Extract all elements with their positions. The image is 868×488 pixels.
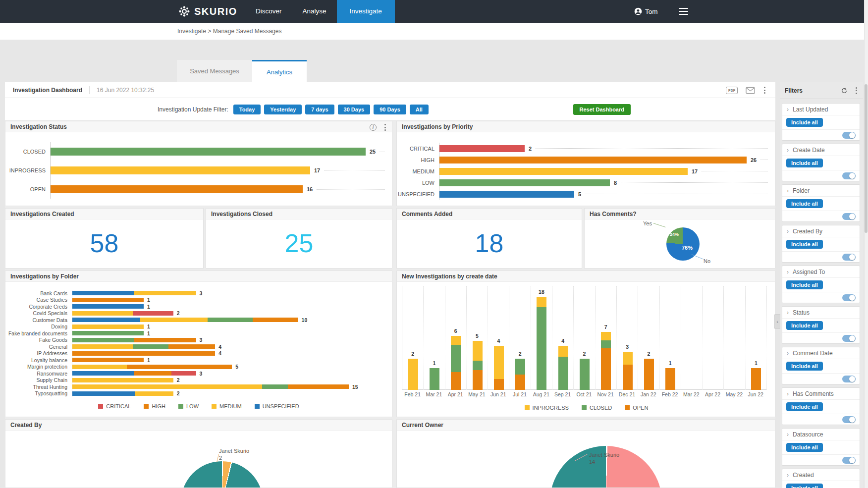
category-label: General: [5, 344, 72, 350]
filters-sidebar: Filters ›Last UpdatedInclude all›Create …: [780, 82, 863, 488]
dashboard-actions: PDF: [726, 82, 766, 98]
filter-section-actions: Include all: [782, 481, 860, 488]
filter-section-toggle-create-date[interactable]: ›Create Date: [782, 144, 860, 156]
bar-segment-high: [72, 351, 215, 356]
pdf-export-icon[interactable]: PDF: [726, 87, 738, 94]
folder-stacked-bar-chart: Bank Cards3Case Studies1Corporate Creds1…: [5, 282, 392, 397]
include-all-button[interactable]: Include all: [786, 362, 823, 371]
kebab-menu-icon[interactable]: [855, 86, 858, 95]
value-label: 3: [200, 371, 203, 377]
column-segment-inprogress: [494, 346, 504, 379]
value-label: 2: [529, 146, 532, 152]
pie-percent-label: 24%: [670, 232, 679, 237]
filter-toggle-switch[interactable]: [842, 335, 856, 342]
include-all-button[interactable]: Include all: [786, 118, 823, 127]
filter-toggle-switch[interactable]: [842, 457, 856, 464]
date-column-chart: 216542184273211: [402, 286, 766, 390]
nav-item-analyse[interactable]: Analyse: [292, 0, 337, 23]
column-segment-closed: [515, 359, 525, 375]
hamburger-menu-icon[interactable]: [679, 8, 688, 15]
filter-section-toggle-folder[interactable]: ›Folder: [782, 185, 860, 197]
bar-segment-high: [72, 358, 144, 362]
filter-section-toggle-last-updated[interactable]: ›Last Updated: [782, 104, 860, 115]
bar-zone: 1: [72, 330, 392, 337]
bar-segment-critical: [171, 371, 196, 376]
category-label: IP Addresses: [5, 350, 72, 356]
filter-toggle-switch[interactable]: [842, 416, 856, 423]
column: [580, 359, 590, 390]
category-label: Case Studies: [5, 297, 72, 303]
tab-saved-messages[interactable]: Saved Messages: [177, 60, 252, 82]
filter-button-today[interactable]: Today: [233, 105, 261, 114]
value-label: 18: [531, 289, 552, 295]
column: [494, 346, 504, 390]
include-all-button[interactable]: Include all: [786, 443, 823, 452]
filter-section-label: Status: [793, 309, 810, 316]
filter-button-90-days[interactable]: 90 Days: [374, 105, 406, 114]
filter-section-toggle-created-by[interactable]: ›Created By: [782, 225, 860, 237]
filter-toggle-switch[interactable]: [842, 132, 856, 139]
filter-button-30-days[interactable]: 30 Days: [338, 105, 371, 114]
bar-row: Bank Cards3: [5, 290, 392, 297]
bar-zone: 2: [72, 377, 392, 384]
filter-button-7-days[interactable]: 7 days: [305, 105, 334, 114]
nav-item-discover[interactable]: Discover: [245, 0, 292, 23]
value-label: 17: [314, 167, 320, 173]
kebab-menu-icon[interactable]: [383, 123, 387, 132]
bar-zone: 16: [50, 180, 392, 199]
bar-zone: 17: [439, 165, 775, 177]
include-all-button[interactable]: Include all: [786, 280, 823, 289]
filter-section-toggle-comment-date[interactable]: ›Comment Date: [782, 347, 860, 359]
stacked-bar: [72, 291, 196, 295]
bar-zone: 26: [439, 154, 775, 165]
include-all-button[interactable]: Include all: [786, 240, 823, 249]
include-all-button[interactable]: Include all: [786, 159, 823, 167]
value-label: 6: [445, 328, 466, 334]
breadcrumb[interactable]: Investigate > Manage Saved Messages: [177, 23, 281, 40]
include-all-button[interactable]: Include all: [786, 402, 823, 411]
bar-segment-unspecified: [72, 391, 135, 396]
column-segment-open: [473, 370, 483, 390]
stacked-bar: [72, 318, 298, 322]
filter-toggle-switch[interactable]: [842, 294, 856, 301]
reset-dashboard-button[interactable]: Reset Dashboard: [573, 104, 631, 115]
filter-toggle-switch[interactable]: [842, 172, 856, 179]
tab-analytics[interactable]: Analytics: [252, 60, 307, 82]
bar-row: OPEN16: [5, 180, 392, 199]
stacked-bar: [72, 304, 144, 309]
sidebar-collapse-handle[interactable]: ‹: [774, 314, 780, 329]
skurio-logo[interactable]: SKURIO: [178, 0, 237, 23]
bar: [439, 157, 747, 163]
nav-item-investigate[interactable]: Investigate: [337, 0, 395, 23]
user-menu[interactable]: Tom: [634, 7, 658, 15]
leader-line: [585, 194, 768, 194]
category-label: CRITICAL: [397, 146, 439, 152]
include-all-button[interactable]: Include all: [786, 199, 823, 208]
include-all-button[interactable]: Include all: [786, 484, 823, 488]
filter-section-toggle-datasource[interactable]: ›Datasource: [782, 429, 860, 440]
filter-section-toggle-created[interactable]: ›Created: [782, 469, 860, 481]
filter-section-toggle-status[interactable]: ›Status: [782, 307, 860, 319]
bar-zone: 2: [72, 310, 392, 317]
email-icon[interactable]: [746, 87, 755, 94]
panel-title: Current Owner: [397, 420, 775, 431]
info-icon[interactable]: i: [370, 124, 377, 131]
legend-label: OPEN: [633, 405, 648, 411]
filter-section-toggle-assigned-to[interactable]: ›Assigned To: [782, 266, 860, 278]
legend-item-high: HIGH: [144, 403, 165, 409]
scrollbar-thumb[interactable]: [865, 84, 868, 233]
refresh-icon[interactable]: [841, 87, 848, 94]
include-all-button[interactable]: Include all: [786, 321, 823, 330]
chart-slot: 2: [509, 286, 531, 390]
dashboard-timestamp: 16 Jun 2022 10:32:25: [97, 87, 154, 94]
kebab-menu-icon[interactable]: [763, 86, 766, 95]
filter-toggle-switch[interactable]: [842, 213, 856, 220]
x-axis-label: Apr 21: [445, 391, 466, 397]
filter-button-yesterday[interactable]: Yesterday: [264, 105, 302, 114]
filter-toggle-switch[interactable]: [842, 376, 856, 382]
filter-button-all[interactable]: All: [410, 105, 429, 114]
filter-toggle-switch[interactable]: [842, 254, 856, 261]
filter-section-toggle-has-comments[interactable]: ›Has Comments: [782, 388, 860, 400]
folder-legend: CRITICALHIGHLOWMEDIUMUNSPECIFIED: [5, 403, 392, 409]
chart-slot: [703, 286, 724, 390]
